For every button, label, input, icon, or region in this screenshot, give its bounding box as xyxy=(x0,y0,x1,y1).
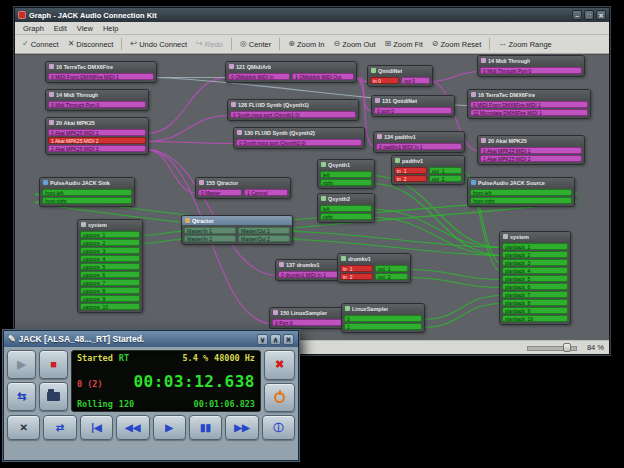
port-master-out-2[interactable]: Master/Out 2 xyxy=(238,235,290,242)
port-in-1[interactable]: in_1 xyxy=(340,265,373,272)
maximize-button[interactable]: □ xyxy=(584,10,594,20)
port-2-akai-mpk25-midi-3[interactable]: 2 Akai MPK25 MIDI 3 xyxy=(48,145,146,152)
port-0-padthv1-midi-in-1[interactable]: 0 padthv1 MIDI In 1 xyxy=(376,143,462,150)
graph-node-qtractor-midi-in[interactable]: 155 Qtractor0 Master1 Control xyxy=(195,177,291,199)
graph-node-pulseaudio-jack-sink[interactable]: PulseAudio JACK Sinkfront-leftfront-righ… xyxy=(39,177,135,207)
port-0[interactable]: 0 xyxy=(344,315,422,322)
port-capture-3[interactable]: capture_3 xyxy=(80,247,140,254)
undo-connect-button[interactable]: ↩Undo Connect xyxy=(126,39,191,50)
port-capture-10[interactable]: capture_10 xyxy=(80,303,140,310)
graph-node-qtractor[interactable]: QtractorMaster/In 1Master/Out 1Master/In… xyxy=(181,215,293,245)
zoom-slider[interactable] xyxy=(527,343,577,352)
port-0-akai-mpk25-midi-1[interactable]: 0 Akai MPK25 MIDI 1 xyxy=(480,147,582,154)
stop-button[interactable]: ■ xyxy=(39,350,68,379)
connection-wire[interactable] xyxy=(422,304,502,328)
port-1-control[interactable]: 1 Control xyxy=(244,189,288,196)
rewind-button[interactable]: ◀◀ xyxy=(116,415,149,440)
messages-close-button[interactable]: ✖ xyxy=(264,350,295,380)
menu-help[interactable]: Help xyxy=(98,24,123,33)
connections-button[interactable]: ⇆ xyxy=(7,382,36,411)
menu-graph[interactable]: Graph xyxy=(18,24,49,33)
transport-pause-button[interactable]: ▮▮ xyxy=(189,415,222,440)
port-out-1[interactable]: out_1 xyxy=(375,265,408,272)
port-playback-1[interactable]: playback_1 xyxy=(502,243,568,250)
port-capture-5[interactable]: capture_5 xyxy=(80,263,140,270)
port-front-left[interactable]: front-left xyxy=(42,189,132,196)
port-out-2[interactable]: out_2 xyxy=(429,175,462,182)
port-32-microdata-dmx6fire-midi-1[interactable]: 32 Microdata DMX6Fire MIDI 1 xyxy=(470,109,588,116)
connection-wire[interactable] xyxy=(430,72,480,82)
connection-wire[interactable] xyxy=(140,232,184,236)
port-playback-9[interactable]: playback_9 xyxy=(502,307,568,314)
port-0-midi-through-port-0[interactable]: 0 Midi Through Port-0 xyxy=(48,101,146,108)
graph-node-terratec-midi-in[interactable]: 16 TerraTec DMX6Fire0 MIDI Front DMX6Fir… xyxy=(467,89,591,119)
quit-button[interactable] xyxy=(264,383,295,413)
port-master-out-1[interactable]: Master/Out 1 xyxy=(238,227,290,234)
graph-node-qsynth1[interactable]: Qsynth1leftright xyxy=(317,159,375,189)
connection-wire[interactable] xyxy=(146,150,198,194)
graph-node-qmidiarb[interactable]: 121 QMidiArb0 QMidiArb MIDI In1 QMidiArb… xyxy=(225,61,357,83)
port-1[interactable]: 1 xyxy=(344,323,422,330)
menu-view[interactable]: View xyxy=(72,24,98,33)
zoom-out-button[interactable]: ⊖Zoom Out xyxy=(329,39,379,50)
port-1-qmidiarb-midi-out[interactable]: 1 QMidiArb MIDI Out xyxy=(292,73,354,80)
port-0-qmidiarb-midi-in[interactable]: 0 QMidiArb MIDI In xyxy=(228,73,290,80)
info-button[interactable]: ⓘ xyxy=(262,415,295,440)
start-button[interactable]: ▶ xyxy=(7,350,36,379)
graph-node-qmidinet[interactable]: QmidiNetin 0out 0 xyxy=(367,65,433,87)
connection-wire[interactable] xyxy=(146,78,228,134)
menu-edit[interactable]: Edit xyxy=(49,24,72,33)
port-front-left[interactable]: front-left xyxy=(470,189,572,196)
port-in-2[interactable]: in_2 xyxy=(340,273,373,280)
port-playback-5[interactable]: playback_5 xyxy=(502,275,568,282)
port-out-1[interactable]: out_1 xyxy=(429,167,462,174)
session-button[interactable] xyxy=(39,382,68,411)
port-1-akai-mpk25-midi-2[interactable]: 1 Akai MPK25 MIDI 2 xyxy=(480,155,582,162)
connection-wire[interactable] xyxy=(408,278,502,288)
connection-wire[interactable] xyxy=(372,210,502,248)
port-playback-4[interactable]: playback_4 xyxy=(502,267,568,274)
port-playback-10[interactable]: playback_10 xyxy=(502,315,568,322)
port-playback-6[interactable]: playback_6 xyxy=(502,283,568,290)
graph-node-linuxsampler[interactable]: LinuxSampler01 xyxy=(341,303,425,333)
shade-button[interactable]: ∨ xyxy=(257,334,268,345)
connection-wire[interactable] xyxy=(146,142,236,144)
port-capture-1[interactable]: capture_1 xyxy=(80,231,140,238)
port-0-midi-front-dmx6fire-midi-1[interactable]: 0 MIDI Front DMX6Fire MIDI 1 xyxy=(470,101,588,108)
port-playback-3[interactable]: playback_3 xyxy=(502,259,568,266)
graph-node-midi-through-out[interactable]: 14 Midi Through0 Midi Through Port-0 xyxy=(45,89,149,111)
close-button[interactable]: ✕ xyxy=(283,334,294,345)
transport-forward-button[interactable]: ▶▶ xyxy=(225,415,258,440)
disconnect-button[interactable]: ✕Disconnect xyxy=(64,39,118,50)
port-in-0[interactable]: in 0 xyxy=(370,77,399,84)
zoom-slider-handle[interactable] xyxy=(563,343,571,352)
connect-button[interactable]: ✓Connect xyxy=(18,39,63,50)
port-playback-8[interactable]: playback_8 xyxy=(502,299,568,306)
graph-node-qmidinet-alsa[interactable]: 131 QmidiNet0 port 0 xyxy=(371,95,455,117)
port-capture-6[interactable]: capture_6 xyxy=(80,271,140,278)
connection-wire[interactable] xyxy=(408,270,502,280)
graph-window-titlebar[interactable]: Graph - JACK Audio Connection Kit – □ ✕ xyxy=(15,8,609,22)
graph-node-padthv1-midi-in[interactable]: 134 padthv10 padthv1 MIDI In 1 xyxy=(373,131,465,153)
graph-canvas[interactable]: 16 TerraTec DMX6Fire0 MIDI Front DMX6Fir… xyxy=(15,54,609,340)
port-capture-8[interactable]: capture_8 xyxy=(80,287,140,294)
port-0-synth-input-port-qsynth2-0[interactable]: 0 Synth input port (Qsynth2:0) xyxy=(236,139,362,146)
port-capture-4[interactable]: capture_4 xyxy=(80,255,140,262)
connection-wire[interactable] xyxy=(140,240,184,244)
zoom-in-button[interactable]: ⊕Zoom In xyxy=(284,39,328,50)
port-right[interactable]: right xyxy=(320,179,372,186)
port-out-2[interactable]: out_2 xyxy=(375,273,408,280)
port-left[interactable]: left xyxy=(320,171,372,178)
graph-node-drumkv1[interactable]: drumkv1in_1out_1in_2out_2 xyxy=(337,253,411,283)
qjackctl-titlebar[interactable]: ✎ JACK [ALSA_48..._RT] Started. ∨ ∧ ✕ xyxy=(4,331,298,347)
zoom-range-button[interactable]: ↔Zoom Range xyxy=(494,39,555,50)
graph-node-pulseaudio-jack-source[interactable]: PulseAudio JACK Sourcefront-leftfront-ri… xyxy=(467,177,575,207)
port-capture-2[interactable]: capture_2 xyxy=(80,239,140,246)
connection-wire[interactable] xyxy=(372,218,502,256)
port-playback-2[interactable]: playback_2 xyxy=(502,251,568,258)
port-0-master[interactable]: 0 Master xyxy=(198,189,242,196)
transport-play-button[interactable]: ▶ xyxy=(153,415,186,440)
port-0-akai-mpk25-midi-1[interactable]: 0 Akai MPK25 MIDI 1 xyxy=(48,129,146,136)
port-0-synth-input-port-qsynth1-0[interactable]: 0 Synth input port (Qsynth1:0) xyxy=(230,111,356,118)
graph-node-qsynth2[interactable]: Qsynth2leftright xyxy=(317,193,375,223)
